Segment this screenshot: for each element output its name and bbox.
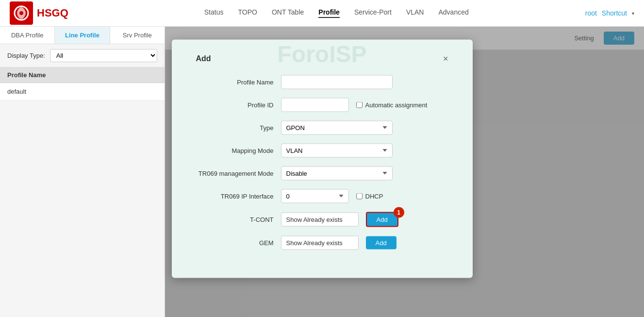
modal-title: Add: [196, 54, 211, 63]
tr069-mode-select[interactable]: Disable: [281, 166, 393, 180]
modal-header: Add ×: [196, 54, 448, 63]
gem-add-button[interactable]: Add: [366, 236, 396, 249]
type-label: Type: [196, 124, 274, 131]
nav-shortcut[interactable]: Shortcut: [602, 9, 627, 17]
logo-icon: [10, 1, 33, 25]
nav-advanced[interactable]: Advanced: [438, 8, 468, 18]
profile-id-input[interactable]: [281, 98, 349, 112]
automatic-assignment-checkbox[interactable]: [356, 101, 363, 108]
tcont-badge: 1: [394, 207, 404, 217]
top-nav: HSGQ Status TOPO ONT Table Profile Servi…: [0, 0, 644, 27]
nav-dropdown-arrow-icon[interactable]: ▾: [632, 11, 634, 16]
type-select[interactable]: GPON: [281, 120, 393, 134]
nav-topo[interactable]: TOPO: [238, 8, 257, 18]
nav-vlan[interactable]: VLAN: [406, 8, 424, 18]
dhcp-checkbox[interactable]: [356, 193, 363, 199]
tcont-label: T-CONT: [196, 216, 274, 223]
nav-status[interactable]: Status: [204, 8, 224, 18]
tr069-ip-select[interactable]: 0: [281, 189, 349, 203]
mapping-mode-row: Mapping Mode VLAN: [196, 143, 448, 157]
modal-add: ForoISP Add × Profile Name Profile ID Au…: [172, 39, 473, 278]
nav-user: root: [585, 9, 597, 17]
nav-ont-table[interactable]: ONT Table: [272, 8, 304, 18]
automatic-assignment-label: Automatic assignment: [365, 101, 428, 108]
modal-close-button[interactable]: ×: [443, 54, 448, 63]
mapping-mode-select[interactable]: VLAN: [281, 143, 393, 157]
nav-profile[interactable]: Profile: [318, 8, 340, 18]
table-header: Profile Name: [0, 67, 165, 83]
tab-dba-profile[interactable]: DBA Profile: [0, 27, 55, 44]
profile-tabs: DBA Profile Line Profile Srv Profile: [0, 27, 165, 44]
tcont-row: T-CONT Show Already exists Add 1: [196, 212, 448, 227]
profile-name-label: Profile Name: [196, 78, 274, 85]
tab-line-profile[interactable]: Line Profile: [55, 27, 110, 44]
gem-row: GEM Show Already exists Add: [196, 235, 448, 250]
tr069-ip-label: TR069 IP Interface: [196, 192, 274, 200]
logo-text: HSGQ: [37, 7, 68, 19]
automatic-assignment-row: Automatic assignment: [356, 101, 428, 108]
svg-point-2: [19, 11, 23, 15]
tcont-show-button[interactable]: Show Already exists: [281, 212, 359, 226]
mapping-mode-label: Mapping Mode: [196, 147, 274, 154]
tr069-ip-row: TR069 IP Interface 0 DHCP: [196, 189, 448, 203]
table-row[interactable]: default: [0, 83, 165, 100]
dhcp-label: DHCP: [365, 192, 383, 200]
nav-links: Status TOPO ONT Table Profile Service-Po…: [88, 8, 585, 18]
profile-id-label: Profile ID: [196, 101, 274, 108]
display-type-select[interactable]: All: [50, 49, 157, 62]
tr069-mode-label: TR069 management Mode: [196, 169, 274, 177]
display-type-row: Display Type: All: [0, 44, 165, 67]
nav-service-port[interactable]: Service-Port: [354, 8, 392, 18]
gem-show-button[interactable]: Show Already exists: [281, 235, 359, 250]
type-row: Type GPON: [196, 120, 448, 134]
profile-name-input[interactable]: [281, 75, 393, 89]
logo-area: HSGQ: [10, 1, 68, 25]
left-panel: DBA Profile Line Profile Srv Profile Dis…: [0, 27, 165, 317]
tab-srv-profile[interactable]: Srv Profile: [110, 27, 165, 44]
gem-label: GEM: [196, 239, 274, 246]
display-type-label: Display Type:: [7, 52, 45, 59]
nav-right: root Shortcut ▾: [585, 9, 634, 17]
dhcp-row: DHCP: [356, 192, 383, 200]
profile-id-row: Profile ID Automatic assignment: [196, 98, 448, 112]
tr069-mode-row: TR069 management Mode Disable: [196, 166, 448, 180]
profile-name-row: Profile Name: [196, 75, 448, 89]
